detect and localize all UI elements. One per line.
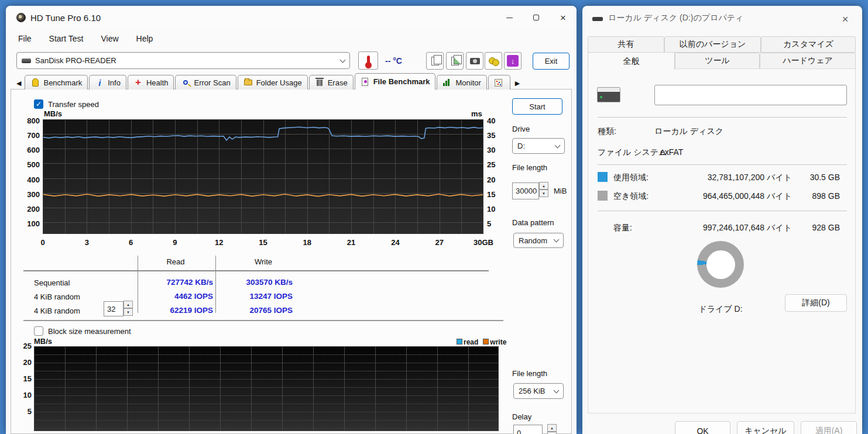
tab-customize[interactable]: カスタマイズ — [761, 36, 856, 53]
transfer-speed-checkbox[interactable]: ✓ — [34, 99, 43, 109]
volume-label-input[interactable] — [654, 85, 847, 105]
read-series-line — [43, 127, 483, 140]
spin-down-icon[interactable]: ▼ — [539, 190, 548, 197]
menu-view[interactable]: View — [94, 32, 125, 46]
tab-scroll-left-icon[interactable]: ◀ — [16, 80, 25, 89]
drive-select-combo[interactable]: SanDisk PRO-READER — [16, 52, 350, 69]
chart1-y-unit-left: MB/s — [44, 109, 62, 118]
read-legend-swatch — [457, 339, 462, 345]
temperature-button[interactable] — [358, 51, 378, 70]
axis-tick-label: 5 — [487, 219, 501, 228]
row-label-sequential: Sequential — [34, 278, 70, 287]
tab-scroll-right-icon[interactable]: ▶ — [512, 80, 523, 89]
copy-text-button[interactable] — [426, 52, 444, 70]
drive-dropdown[interactable]: D: — [512, 138, 565, 154]
queue-depth-spinner[interactable]: ▲▼ — [123, 301, 133, 316]
menu-help[interactable]: Help — [130, 32, 160, 46]
delay-label: Delay — [512, 412, 531, 421]
write-legend-label: write — [490, 338, 506, 346]
file-length-input[interactable]: 30000 — [512, 182, 539, 199]
camera-icon — [470, 58, 480, 64]
chart2-y-unit: MB/s — [34, 337, 52, 346]
tab-file-benchmark[interactable]: File Benchmark — [355, 73, 436, 89]
tab-previous-versions[interactable]: 以前のバージョン — [664, 36, 761, 53]
menu-start-test[interactable]: Start Test — [43, 32, 90, 46]
type-value: ローカル ディスク — [654, 126, 723, 137]
drive-label: Drive — [512, 125, 530, 133]
rand-write-value: 13247 IOPS — [226, 292, 293, 301]
chart2-legend: read write — [457, 338, 506, 346]
tab-general[interactable]: 全般 — [588, 52, 675, 70]
tab-error-scan[interactable]: Error Scan — [175, 75, 236, 89]
write-legend-swatch — [483, 339, 489, 345]
close-icon: × — [560, 13, 566, 23]
spin-down-icon[interactable]: ▼ — [123, 308, 133, 316]
scatter-icon — [494, 78, 503, 87]
ok-button[interactable]: OK — [675, 421, 730, 434]
spin-up-icon[interactable]: ▲ — [123, 301, 133, 308]
axis-tick-label: 300 — [21, 190, 40, 199]
tab-info[interactable]: iInfo — [89, 75, 126, 89]
axis-tick-label: 5 — [16, 407, 32, 416]
file-length-unit: MiB — [554, 187, 567, 195]
free-space-swatch — [598, 191, 608, 201]
block-size-checkbox[interactable] — [34, 326, 43, 336]
transfer-speed-label: Transfer speed — [48, 100, 99, 109]
update-button[interactable]: ↓ — [504, 52, 522, 70]
spin-up-icon[interactable]: ▲ — [547, 424, 557, 432]
axis-tick-label: 100 — [21, 219, 40, 228]
spin-down-icon[interactable]: ▼ — [547, 432, 557, 434]
axis-tick-label: 15 — [16, 374, 32, 383]
tab-disk-monitor-partial[interactable] — [488, 75, 510, 89]
start-button[interactable]: Start — [512, 98, 562, 115]
row-label-4kib-random: 4 KiB random — [34, 292, 80, 301]
maximize-button[interactable] — [523, 6, 550, 29]
delay-input[interactable]: 0 — [513, 425, 543, 434]
row-label-4kib-random-qd: 4 KiB random — [34, 306, 80, 315]
details-button[interactable]: 詳細(D) — [785, 294, 847, 312]
hdtune-app-icon — [16, 13, 26, 22]
delay-spinner[interactable]: ▲▼ — [547, 424, 557, 434]
magnifier-icon — [181, 78, 190, 87]
table-divider — [215, 256, 216, 313]
tab-monitor[interactable]: Monitor — [437, 75, 486, 89]
axis-tick-label: 25 — [16, 342, 32, 350]
tab-hardware[interactable]: ハードウェア — [760, 53, 856, 69]
tab-tools[interactable]: ツール — [675, 53, 760, 69]
file-length2-dropdown[interactable]: 256 KiB — [513, 383, 564, 399]
tab-benchmark[interactable]: Benchmark — [25, 75, 88, 89]
dialog-close-button[interactable]: × — [836, 11, 854, 28]
close-button[interactable]: × — [550, 6, 577, 29]
save-button[interactable] — [485, 52, 502, 70]
chevron-down-icon — [554, 387, 560, 393]
copy-image-button[interactable] — [446, 52, 464, 70]
spin-up-icon[interactable]: ▲ — [539, 182, 548, 190]
minimize-button[interactable] — [496, 6, 523, 29]
axis-tick-label: 200 — [21, 205, 40, 213]
tab-erase[interactable]: Erase — [309, 75, 354, 89]
data-pattern-dropdown[interactable]: Random — [513, 233, 564, 248]
tab-folder-usage[interactable]: Folder Usage — [238, 75, 308, 89]
menu-file[interactable]: File — [12, 32, 38, 46]
file-length-spinner[interactable]: ▲▼ — [539, 182, 548, 197]
exit-button[interactable]: Exit — [533, 53, 569, 70]
axis-tick-label: 500 — [21, 160, 40, 169]
screenshot-button[interactable] — [466, 52, 483, 70]
axis-tick-label: 20 — [487, 175, 501, 184]
cancel-button[interactable]: キャンセル — [737, 421, 794, 434]
tab-sharing[interactable]: 共有 — [588, 36, 664, 53]
axis-tick-label: 18 — [294, 238, 320, 247]
axis-tick-label: 30GB — [471, 238, 496, 247]
queue-depth-input[interactable]: 32 — [104, 301, 123, 316]
tab-strip: ◀ Benchmark iInfo +Health Error Scan Fol… — [16, 74, 568, 89]
chevron-down-icon — [555, 142, 561, 148]
info-icon: i — [95, 78, 104, 87]
free-space-size: 898 GB — [787, 191, 840, 201]
axis-tick-label: 9 — [162, 238, 188, 247]
axis-tick-label: 30 — [487, 146, 501, 154]
axis-tick-label: 800 — [21, 116, 40, 125]
chevron-down-icon — [554, 237, 560, 243]
apply-button[interactable]: 適用(A) — [801, 421, 857, 434]
tab-health[interactable]: +Health — [128, 75, 174, 89]
axis-tick-label: 700 — [21, 131, 40, 140]
